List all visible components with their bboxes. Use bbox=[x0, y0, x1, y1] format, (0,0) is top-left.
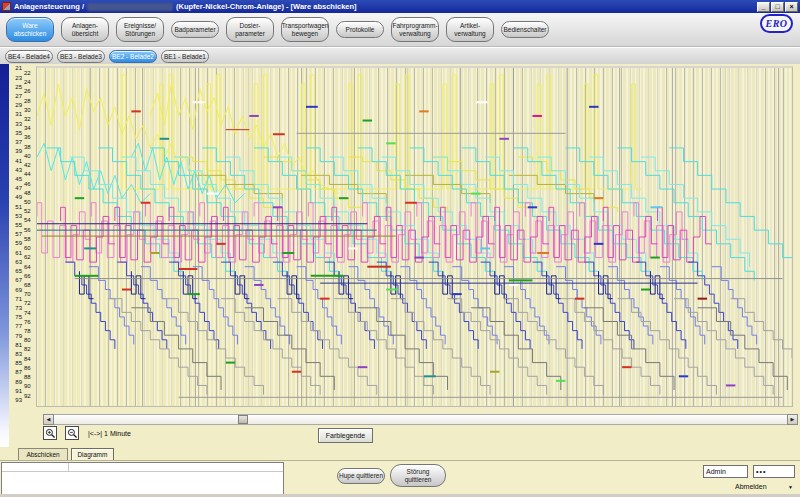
bottom-tab-abschicken[interactable]: Abschicken bbox=[18, 448, 68, 460]
toolbar-button-label: Fahrprogramm- bbox=[392, 22, 437, 30]
acknowledge-horn-button[interactable]: Hupe quittieren bbox=[337, 468, 385, 484]
send-list[interactable] bbox=[1, 462, 284, 495]
magnifier-plus-icon bbox=[45, 428, 56, 439]
scrollbar-thumb[interactable] bbox=[238, 415, 248, 424]
y-axis-label-41: 41 bbox=[9, 158, 22, 164]
y-axis-label-28: 28 bbox=[24, 98, 36, 104]
toolbar-button-bedienschalter[interactable]: Bedienschalter bbox=[501, 21, 549, 38]
y-axis-label-22: 22 bbox=[24, 70, 36, 76]
dropdown-arrow-icon: ▼ bbox=[788, 484, 793, 490]
username-field[interactable]: Admin bbox=[703, 465, 748, 478]
close-button[interactable]: × bbox=[785, 2, 798, 12]
be-tab-be1[interactable]: BE1 - Belade1 bbox=[161, 50, 209, 63]
toolbar-button-label: Transportwagen bbox=[282, 22, 329, 30]
scroll-right-button[interactable]: ▶ bbox=[787, 414, 798, 425]
toolbar-button-ereignissestrungen[interactable]: Ereignisse/Störungen bbox=[116, 17, 164, 42]
logout-control[interactable]: Abmelden ▼ bbox=[735, 483, 793, 490]
toolbar-button-label: abschicken bbox=[14, 30, 47, 38]
title-bar: Anlagensteuerung / (Kupfer-Nickel-Chrom-… bbox=[0, 0, 800, 13]
y-axis-label-44: 44 bbox=[24, 171, 36, 177]
chart-series-cyan-stairs bbox=[514, 148, 651, 280]
minimize-button[interactable]: _ bbox=[757, 2, 770, 12]
toolbar-button-transportwagenbewegen[interactable]: Transportwagenbewegen bbox=[281, 17, 329, 42]
zoom-in-button[interactable] bbox=[43, 426, 57, 440]
be-tab-be2[interactable]: BE2 - Belade2 bbox=[109, 50, 157, 63]
main-toolbar: ERO WareabschickenAnlagen-übersichtEreig… bbox=[0, 13, 800, 47]
window-controls: _ □ × bbox=[757, 2, 798, 12]
chart-area bbox=[36, 66, 793, 407]
y-axis-label-77: 77 bbox=[9, 323, 22, 329]
toolbar-button-label: Bedienschalter bbox=[504, 26, 547, 34]
y-axis-label-79: 79 bbox=[9, 333, 22, 339]
chart-series-gray-stairs bbox=[334, 299, 433, 395]
chart-series-gray-stairs bbox=[504, 299, 603, 395]
chart-series-magenta-sawtooth bbox=[440, 207, 494, 262]
y-axis-label-66: 66 bbox=[24, 273, 36, 279]
y-axis-label-69: 69 bbox=[9, 287, 22, 293]
y-axis-label-34: 34 bbox=[24, 125, 36, 131]
fault-button-label-1: Störung bbox=[407, 468, 430, 476]
toolbar-button-artikelverwaltung[interactable]: Artikel-verwaltung bbox=[446, 17, 494, 42]
chart-series-magenta-sawtooth bbox=[169, 207, 223, 262]
y-axis-label-81: 81 bbox=[9, 342, 22, 348]
y-axis-label-91: 91 bbox=[9, 388, 22, 394]
y-axis-label-50: 50 bbox=[24, 199, 36, 205]
toolbar-button-label: bewegen bbox=[292, 30, 318, 38]
toolbar-button-label: Artikel- bbox=[460, 22, 480, 30]
bottom-tab-diagramm[interactable]: Diagramm bbox=[71, 448, 114, 460]
toolbar-button-label: Anlagen- bbox=[72, 22, 98, 30]
acknowledge-fault-button[interactable]: Störung quittieren bbox=[390, 464, 446, 487]
chart-series-yellow-spikes bbox=[547, 75, 594, 189]
toolbar-button-wareabschicken[interactable]: Wareabschicken bbox=[6, 17, 54, 42]
color-legend-button[interactable]: Farblegende bbox=[318, 428, 373, 443]
y-axis-label-90: 90 bbox=[24, 383, 36, 389]
redacted-title-text bbox=[87, 3, 173, 11]
y-axis-label-38: 38 bbox=[24, 144, 36, 150]
be-tab-be4[interactable]: BE4 - Belade4 bbox=[5, 50, 53, 63]
scrollbar-track[interactable] bbox=[54, 414, 787, 425]
horizontal-scrollbar: ◀ ▶ bbox=[43, 414, 798, 425]
y-axis-label-43: 43 bbox=[9, 167, 22, 173]
y-axis-label-37: 37 bbox=[9, 139, 22, 145]
y-axis-label-83: 83 bbox=[9, 351, 22, 357]
y-axis-label-51: 51 bbox=[9, 204, 22, 210]
chart-series-blue-stairs bbox=[636, 262, 686, 349]
y-axis-label-86: 86 bbox=[24, 365, 36, 371]
y-axis-label-84: 84 bbox=[24, 356, 36, 362]
be-tab-be3[interactable]: BE3 - Belade3 bbox=[57, 50, 105, 63]
toolbar-button-dosierparameter[interactable]: Dosier-parameter bbox=[226, 17, 274, 42]
bottom-panel: Hupe quittieren Störung quittieren Admin… bbox=[0, 460, 800, 497]
y-axis-label-35: 35 bbox=[9, 130, 22, 136]
chart-series-blue-stairs bbox=[688, 262, 738, 349]
app-icon bbox=[2, 2, 11, 11]
y-axis-label-55: 55 bbox=[9, 222, 22, 228]
restore-button[interactable]: □ bbox=[771, 2, 784, 12]
y-axis-label-53: 53 bbox=[9, 213, 22, 219]
zoom-toolbar: |<->| 1 Minute Farblegende bbox=[43, 426, 800, 443]
chart-series-cyan-stairs bbox=[98, 148, 235, 280]
y-axis-label-92: 92 bbox=[24, 393, 36, 399]
zoom-out-button[interactable] bbox=[65, 426, 79, 440]
y-axis-label-31: 31 bbox=[9, 111, 22, 117]
diagram-panel: 2122232425262728293031323334353637383940… bbox=[0, 64, 800, 447]
scale-icon: |<->| bbox=[88, 430, 102, 437]
send-list-header bbox=[2, 463, 283, 472]
toolbar-button-label: verwaltung bbox=[399, 30, 430, 38]
chart-series-yellow-spikes bbox=[499, 75, 546, 189]
chart-series-cyan-route-jag bbox=[131, 143, 244, 202]
y-axis-label-45: 45 bbox=[9, 176, 22, 182]
password-field[interactable]: ••• bbox=[753, 465, 795, 478]
y-axis-label-30: 30 bbox=[24, 107, 36, 113]
y-axis-label-76: 76 bbox=[24, 319, 36, 325]
y-axis-label-71: 71 bbox=[9, 296, 22, 302]
chart-series-cyan-stairs bbox=[410, 148, 547, 280]
toolbar-button-protokolle[interactable]: Protokolle bbox=[336, 21, 384, 38]
chart-series-blue-stairs bbox=[584, 262, 634, 349]
toolbar-button-anlagenbersicht[interactable]: Anlagen-übersicht bbox=[61, 17, 109, 42]
toolbar-button-badparameter[interactable]: Badparameter bbox=[171, 21, 219, 38]
y-axis-label-48: 48 bbox=[24, 190, 36, 196]
scroll-left-button[interactable]: ◀ bbox=[43, 414, 54, 425]
toolbar-button-fahrprogrammverwaltung[interactable]: Fahrprogramm-verwaltung bbox=[391, 17, 439, 42]
y-axis-label-63: 63 bbox=[9, 259, 22, 265]
chart-series-darkgray-stairs bbox=[358, 308, 448, 390]
